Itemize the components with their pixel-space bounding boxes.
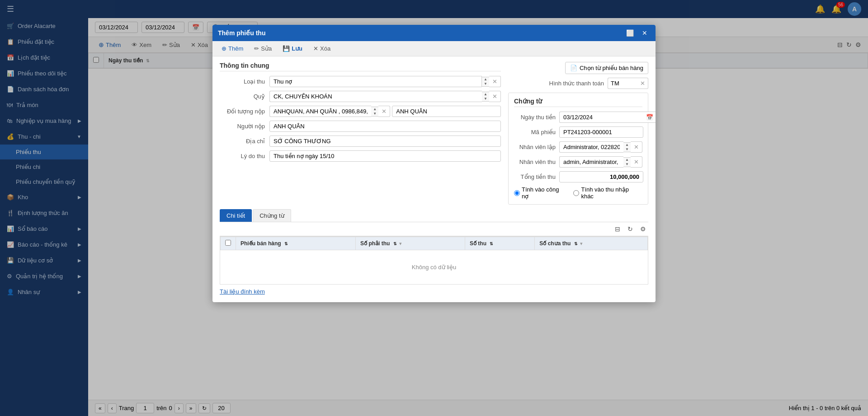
nhan-vien-thu-input[interactable] <box>559 156 623 168</box>
chung-tu-title: Chứng từ <box>514 98 642 107</box>
modal-col-so-thu: Số thu ⇅ <box>465 237 535 250</box>
modal-col-phieu-ban-hang: Phiếu bán hàng ⇅ <box>236 237 356 250</box>
tab-chung-tu[interactable]: Chứng từ <box>253 209 291 222</box>
attachment-link[interactable]: Tài liệu đính kèm <box>220 288 265 295</box>
ngay-thu-tien-input[interactable] <box>559 112 643 123</box>
tong-tien-thu-input[interactable] <box>559 171 643 182</box>
modal-luu-btn[interactable]: 💾 Lưu <box>279 44 306 53</box>
loai-thu-down-btn[interactable]: ▼ <box>482 82 489 86</box>
modal-toolbar: ⊕ Thêm ✏ Sửa 💾 Lưu ✕ Xóa <box>212 41 656 56</box>
left-section-title: Thông tin chung <box>220 62 501 71</box>
right-section: 📄 Chọn từ phiếu bán hàng Hình thức thanh… <box>508 62 648 205</box>
nv-thu-clear-btn[interactable]: ✕ <box>631 156 642 168</box>
ma-phieu-label: Mã phiếu <box>514 129 559 136</box>
quy-clear-btn[interactable]: ✕ <box>489 91 501 102</box>
modal-empty-row: Không có dữ liệu <box>221 250 648 285</box>
doi-tuong-nop-name-input[interactable] <box>392 106 501 117</box>
filter-phai-thu-btn[interactable]: ▾ <box>398 241 403 247</box>
modal: Thêm phiếu thu ⬜ ✕ ⊕ Thêm ✏ Sửa 💾 Lưu ✕ <box>212 25 656 302</box>
radio-thu-nhap-khac-label[interactable]: Tính vào thu nhập khác <box>573 186 642 200</box>
nv-lap-clear-btn[interactable]: ✕ <box>631 141 642 153</box>
modal-title: Thêm phiếu thu <box>218 29 265 37</box>
sort-phai-thu-icon: ⇅ <box>393 242 397 246</box>
ly-do-thu-row: Lý do thu <box>220 150 501 162</box>
quy-up-btn[interactable]: ▲ <box>482 92 489 97</box>
filter-chua-thu-btn[interactable]: ▾ <box>579 241 584 247</box>
doi-tuong-nop-row: Đối tượng nộp ▲ ▼ ✕ <box>220 106 501 117</box>
modal-maximize-btn[interactable]: ⬜ <box>623 28 637 37</box>
doi-tuong-clear-btn[interactable]: ✕ <box>378 106 390 117</box>
doi-tuong-up-btn[interactable]: ▲ <box>371 107 378 112</box>
doi-tuong-nop-input[interactable] <box>269 106 371 117</box>
hinh-thuc-tt-label: Hình thức thanh toán <box>549 80 608 87</box>
table-settings-btn[interactable]: ⚙ <box>638 224 648 234</box>
sort-chua-thu-icon: ⇅ <box>574 242 578 246</box>
doi-tuong-down-btn[interactable]: ▼ <box>371 112 378 116</box>
left-section: Thông tin chung Loại thu ▲ ▼ <box>220 62 501 205</box>
ngay-thu-tien-row: Ngày thu tiền 📅 <box>514 112 642 123</box>
modal-add-icon: ⊕ <box>222 45 226 52</box>
dia-chi-row: Địa chỉ <box>220 136 501 147</box>
nhan-vien-thu-row: Nhân viên thu ▲ ▼ ✕ <box>514 156 642 168</box>
radio-cong-no[interactable] <box>514 190 520 196</box>
modal-edit-icon: ✏ <box>254 45 259 52</box>
modal-table-container: Phiếu bán hàng ⇅ Số phải thu ⇅ ▾ Số thu … <box>220 236 648 285</box>
radio-thu-nhap-khac[interactable] <box>573 190 579 196</box>
modal-xoa-btn[interactable]: ✕ Xóa <box>310 44 334 53</box>
nguoi-nop-input[interactable] <box>269 121 501 132</box>
tong-tien-thu-row: Tổng tiền thu <box>514 171 642 182</box>
modal-delete-icon: ✕ <box>313 45 318 52</box>
modal-them-btn[interactable]: ⊕ Thêm <box>218 44 247 53</box>
loai-thu-row: Loại thu ▲ ▼ ✕ <box>220 76 501 87</box>
nhan-vien-lap-row: Nhân viên lập ▲ ▼ ✕ <box>514 141 642 153</box>
nv-lap-up-btn[interactable]: ▲ <box>623 143 631 147</box>
nhan-vien-thu-label: Nhân viên thu <box>514 159 559 165</box>
hinh-thuc-tt-select[interactable]: TM <box>608 78 637 89</box>
modal-body: Thông tin chung Loại thu ▲ ▼ <box>212 56 656 302</box>
document-add-icon: 📄 <box>570 65 577 71</box>
hinh-thuc-tt-clear-btn[interactable]: ✕ <box>637 78 648 89</box>
quy-label: Quỹ <box>220 93 269 100</box>
modal-col-so-phai-thu: Số phải thu ⇅ ▾ <box>356 237 465 250</box>
radio-thu-nhap-khac-text: Tính vào thu nhập khác <box>581 186 642 200</box>
doi-tuong-nop-label: Đối tượng nộp <box>220 108 269 115</box>
quy-row: Quỹ CK, CHUYỂN KHOẢN ▲ ▼ ✕ <box>220 91 501 102</box>
radio-group: Tính vào công nợ Tính vào thu nhập khác <box>514 186 642 200</box>
table-refresh-btn[interactable]: ↻ <box>625 224 635 234</box>
nguoi-nop-row: Người nộp <box>220 121 501 132</box>
ngay-thu-calendar-btn[interactable]: 📅 <box>643 112 656 123</box>
tong-tien-thu-label: Tổng tiền thu <box>514 173 559 180</box>
radio-cong-no-text: Tính vào công nợ <box>522 186 567 200</box>
nhan-vien-lap-input[interactable] <box>559 141 623 153</box>
tab-chi-tiet[interactable]: Chi tiết <box>220 209 252 222</box>
modal-table: Phiếu bán hàng ⇅ Số phải thu ⇅ ▾ Số thu … <box>220 237 648 284</box>
loai-thu-clear-btn[interactable]: ✕ <box>489 76 501 87</box>
nv-thu-down-btn[interactable]: ▼ <box>623 162 631 167</box>
ma-phieu-input[interactable] <box>559 126 643 138</box>
modal-save-icon: 💾 <box>283 45 290 52</box>
modal-no-data: Không có dữ liệu <box>221 250 648 285</box>
modal-close-btn[interactable]: ✕ <box>639 28 650 37</box>
table-toolbar: ⊟ ↻ ⚙ <box>220 222 648 236</box>
loai-thu-up-btn[interactable]: ▲ <box>482 77 489 82</box>
hinh-thuc-tt-row: Hình thức thanh toán TM ✕ <box>508 78 648 89</box>
nv-thu-up-btn[interactable]: ▲ <box>623 158 631 162</box>
modal-sua-btn[interactable]: ✏ Sửa <box>250 44 275 53</box>
loai-thu-input[interactable] <box>269 76 482 87</box>
tabs-container: Chi tiết Chứng từ <box>220 209 648 222</box>
ma-phieu-row: Mã phiếu <box>514 126 642 138</box>
table-filter-btn[interactable]: ⊟ <box>613 224 623 234</box>
quy-down-btn[interactable]: ▼ <box>482 97 489 101</box>
dia-chi-input[interactable] <box>269 136 501 147</box>
nhan-vien-lap-label: Nhân viên lập <box>514 144 559 150</box>
ngay-thu-tien-label: Ngày thu tiền <box>514 114 559 121</box>
modal-select-all[interactable] <box>225 240 231 246</box>
modal-col-check <box>221 237 236 250</box>
nv-lap-down-btn[interactable]: ▼ <box>623 147 631 152</box>
chung-tu-box: Chứng từ Ngày thu tiền 📅 Mã phiếu <box>508 93 648 205</box>
ly-do-thu-input[interactable] <box>269 150 501 162</box>
chon-phieu-btn[interactable]: 📄 Chọn từ phiếu bán hàng <box>565 62 648 74</box>
sort-so-thu-icon: ⇅ <box>490 242 493 246</box>
radio-cong-no-label[interactable]: Tính vào công nợ <box>514 186 567 200</box>
quy-select[interactable]: CK, CHUYỂN KHOẢN <box>269 91 482 102</box>
